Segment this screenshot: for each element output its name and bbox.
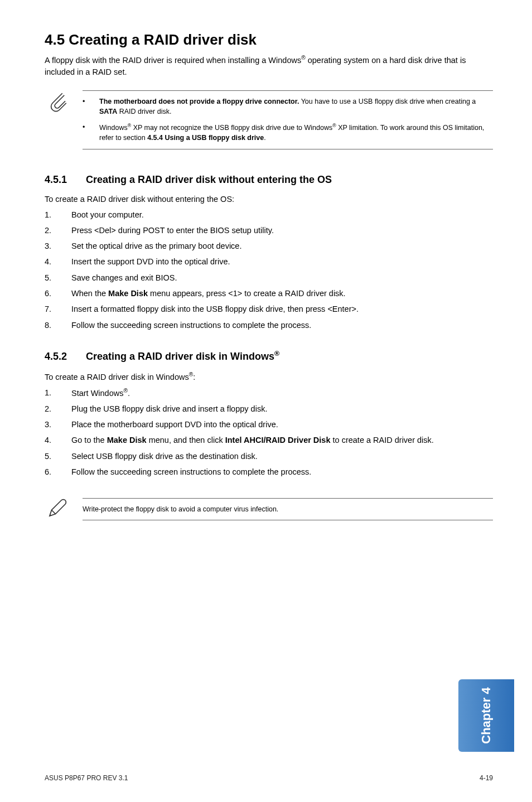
intro-paragraph: A floppy disk with the RAID driver is re… bbox=[45, 54, 493, 78]
step-number: 7. bbox=[45, 303, 71, 315]
step-number: 4. bbox=[45, 434, 71, 446]
steps-list: 1.Start Windows®.2.Plug the USB floppy d… bbox=[45, 387, 493, 478]
step-item: 6.When the Make Disk menu appears, press… bbox=[45, 288, 493, 299]
note-bold: SATA bbox=[99, 108, 117, 115]
subsection-number: 4.5.2 bbox=[45, 351, 86, 363]
note-bold: The motherboard does not provide a flopp… bbox=[99, 98, 299, 105]
step-item: 8.Follow the succeeding screen instructi… bbox=[45, 320, 493, 331]
step-text: Follow the succeeding screen instruction… bbox=[71, 320, 493, 331]
step-number: 3. bbox=[45, 419, 71, 430]
step-item: 1.Start Windows®. bbox=[45, 387, 493, 399]
step-item: 5.Select USB floppy disk drive as the de… bbox=[45, 451, 493, 462]
step-text: Place the motherboard support DVD into t… bbox=[71, 419, 493, 430]
step-number: 2. bbox=[45, 225, 71, 236]
registered-symbol: ® bbox=[301, 55, 305, 61]
step-text: Boot your computer. bbox=[71, 209, 493, 220]
step-number: 1. bbox=[45, 209, 71, 220]
step-number: 8. bbox=[45, 320, 71, 331]
note-bold: 4.5.4 Using a USB floppy disk drive bbox=[147, 134, 264, 142]
step-text: Go to the Make Disk menu, and then click… bbox=[71, 434, 493, 446]
step-number: 5. bbox=[45, 272, 71, 283]
step-text: Plug the USB floppy disk drive and inser… bbox=[71, 403, 493, 414]
step-item: 2.Press <Del> during POST to enter the B… bbox=[45, 225, 493, 236]
paperclip-icon bbox=[46, 90, 69, 116]
step-item: 5.Save changes and exit BIOS. bbox=[45, 272, 493, 283]
steps-list: 1.Boot your computer.2.Press <Del> durin… bbox=[45, 209, 493, 331]
step-number: 3. bbox=[45, 240, 71, 252]
note-box: • The motherboard does not provide a flo… bbox=[46, 90, 493, 149]
section-heading: 4.5 Creating a RAID driver disk bbox=[45, 31, 493, 49]
note-text: . bbox=[264, 134, 265, 142]
note-content: • The motherboard does not provide a flo… bbox=[83, 90, 493, 149]
note-text: You have to use a USB floppy disk drive … bbox=[299, 98, 476, 105]
footer-right: 4-19 bbox=[480, 774, 493, 782]
subsection-title: Creating a RAID driver disk in Windows bbox=[86, 351, 274, 362]
step-item: 1.Boot your computer. bbox=[45, 209, 493, 220]
subsection-heading: 4.5.2Creating a RAID driver disk in Wind… bbox=[45, 350, 493, 363]
step-number: 5. bbox=[45, 451, 71, 462]
step-item: 3.Place the motherboard support DVD into… bbox=[45, 419, 493, 430]
bullet: • bbox=[83, 122, 99, 143]
step-item: 6.Follow the succeeding screen instructi… bbox=[45, 466, 493, 477]
subsection-intro: To create a RAID driver disk in Windows®… bbox=[45, 371, 493, 381]
intro-text-post: : bbox=[193, 373, 195, 381]
bullet: • bbox=[83, 96, 99, 117]
step-item: 7.Insert a formatted floppy disk into th… bbox=[45, 303, 493, 315]
subsection-title: Creating a RAID driver disk without ente… bbox=[86, 174, 332, 185]
step-item: 3.Set the optical drive as the primary b… bbox=[45, 240, 493, 252]
step-text: Follow the succeeding screen instruction… bbox=[71, 466, 493, 477]
subsection-heading: 4.5.1Creating a RAID driver disk without… bbox=[45, 174, 493, 186]
note-text: Write-protect the floppy disk to avoid a… bbox=[83, 505, 278, 513]
step-number: 6. bbox=[45, 288, 71, 299]
pencil-icon bbox=[46, 496, 69, 522]
footer-left: ASUS P8P67 PRO REV 3.1 bbox=[45, 774, 128, 782]
note-content: Write-protect the floppy disk to avoid a… bbox=[83, 498, 493, 520]
step-text: Set the optical drive as the primary boo… bbox=[71, 240, 493, 252]
step-number: 4. bbox=[45, 256, 71, 267]
step-item: 4.Insert the support DVD into the optica… bbox=[45, 256, 493, 267]
registered-symbol: ® bbox=[274, 350, 279, 357]
step-text: Save changes and exit BIOS. bbox=[71, 272, 493, 283]
step-item: 4.Go to the Make Disk menu, and then cli… bbox=[45, 434, 493, 446]
page-footer: ASUS P8P67 PRO REV 3.1 4-19 bbox=[45, 774, 493, 782]
note-item: • Windows® XP may not recognize the USB … bbox=[83, 122, 493, 143]
note-text: XP may not recognize the USB floppy disk… bbox=[131, 124, 332, 132]
note-item: • The motherboard does not provide a flo… bbox=[83, 96, 493, 117]
note-text: RAID driver disk. bbox=[117, 108, 171, 115]
step-text: Insert the support DVD into the optical … bbox=[71, 256, 493, 267]
subsection-number: 4.5.1 bbox=[45, 174, 86, 186]
chapter-tab: Chapter 4 bbox=[458, 679, 514, 752]
step-number: 2. bbox=[45, 403, 71, 414]
step-text: Insert a formatted floppy disk into the … bbox=[71, 303, 493, 315]
intro-text-pre: To create a RAID driver disk in Windows bbox=[45, 373, 189, 381]
subsection-intro: To create a RAID driver disk without ent… bbox=[45, 195, 493, 204]
step-number: 6. bbox=[45, 466, 71, 477]
intro-text-pre: A floppy disk with the RAID driver is re… bbox=[45, 56, 301, 65]
step-text: Select USB floppy disk drive as the dest… bbox=[71, 451, 493, 462]
step-item: 2.Plug the USB floppy disk drive and ins… bbox=[45, 403, 493, 414]
note-text: Windows bbox=[99, 124, 128, 132]
step-text: When the Make Disk menu appears, press <… bbox=[71, 288, 493, 299]
step-text: Start Windows®. bbox=[71, 387, 493, 399]
step-number: 1. bbox=[45, 387, 71, 399]
note-box: Write-protect the floppy disk to avoid a… bbox=[46, 496, 493, 522]
step-text: Press <Del> during POST to enter the BIO… bbox=[71, 225, 493, 236]
chapter-tab-label: Chapter 4 bbox=[479, 687, 494, 743]
